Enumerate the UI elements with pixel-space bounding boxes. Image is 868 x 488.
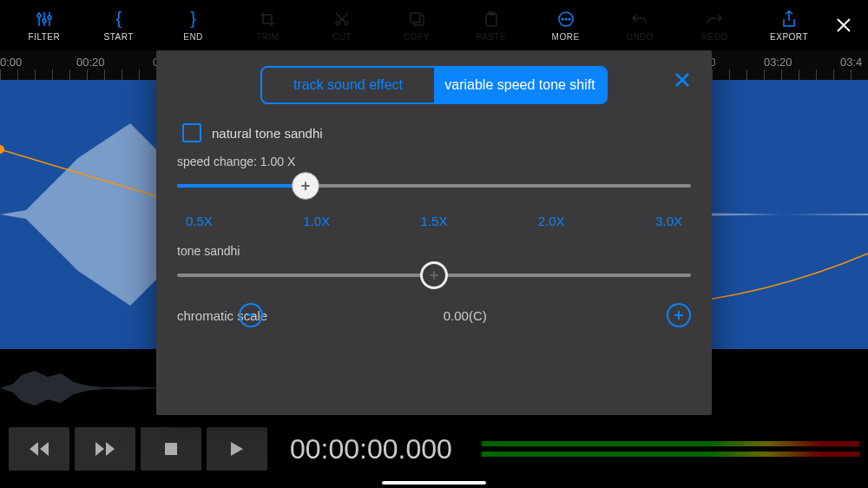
minus-icon bbox=[245, 309, 257, 321]
brace-left-icon: { bbox=[109, 10, 128, 29]
copy-button: COPY bbox=[379, 10, 454, 42]
speed-tone-modal: track sound effect variable speed tone s… bbox=[156, 50, 712, 415]
chromatic-minus-button[interactable] bbox=[239, 303, 263, 327]
tool-label: MORE bbox=[552, 32, 580, 42]
tool-label: CUT bbox=[332, 32, 352, 42]
ruler-mark: 0:00 bbox=[0, 56, 22, 69]
tone-sandhi-label: tone sandhi bbox=[177, 244, 691, 258]
level-bar-r bbox=[482, 452, 859, 457]
forward-button[interactable] bbox=[75, 427, 135, 471]
svg-point-10 bbox=[565, 18, 567, 20]
svg-point-0 bbox=[37, 14, 41, 17]
checkbox-label: natural tone sandhi bbox=[212, 126, 323, 141]
more-button[interactable]: MORE bbox=[529, 10, 603, 42]
toolbar: FILTER { START } END TRIM CUT COPY PASTE… bbox=[0, 0, 868, 50]
undo-icon bbox=[630, 10, 649, 29]
more-icon bbox=[556, 10, 575, 29]
undo-button: UNDO bbox=[603, 10, 678, 42]
chromatic-plus-button[interactable] bbox=[667, 303, 691, 327]
paste-icon bbox=[482, 10, 501, 29]
svg-point-11 bbox=[569, 18, 570, 20]
level-bar-l bbox=[482, 441, 859, 446]
crop-icon bbox=[258, 10, 277, 29]
play-icon bbox=[231, 442, 243, 456]
close-button[interactable] bbox=[826, 17, 861, 33]
tool-label: EXPORT bbox=[770, 32, 808, 42]
tool-label: COPY bbox=[404, 32, 430, 42]
stop-button[interactable] bbox=[141, 427, 201, 471]
speed-tick-labels: 0.5X 1.0X 1.5X 2.0X 3.0X bbox=[186, 214, 682, 228]
svg-point-3 bbox=[336, 22, 339, 25]
chromatic-value: 0.00(C) bbox=[444, 308, 487, 323]
tool-label: UNDO bbox=[627, 32, 654, 42]
tool-label: START bbox=[104, 32, 134, 42]
svg-point-12 bbox=[0, 145, 4, 154]
ruler-mark: 03:4 bbox=[840, 56, 862, 69]
filter-button[interactable]: FILTER bbox=[7, 10, 82, 42]
paste-button: PASTE bbox=[454, 10, 529, 42]
speed-tick[interactable]: 1.5X bbox=[421, 214, 448, 228]
speed-tick[interactable]: 3.0X bbox=[655, 214, 682, 228]
modal-close-button[interactable] bbox=[674, 71, 691, 92]
sliders-icon bbox=[35, 10, 54, 29]
natural-tone-sandhi-checkbox[interactable] bbox=[182, 123, 201, 142]
speed-tick[interactable]: 1.0X bbox=[303, 214, 330, 228]
modal-tabs: track sound effect variable speed tone s… bbox=[260, 66, 608, 104]
svg-rect-6 bbox=[486, 14, 496, 26]
trim-button: TRIM bbox=[230, 10, 305, 42]
scissors-icon bbox=[332, 10, 352, 29]
close-icon bbox=[674, 71, 691, 89]
ruler-mark: 00:20 bbox=[76, 56, 105, 69]
tool-label: PASTE bbox=[477, 32, 507, 42]
slider-thumb[interactable]: + bbox=[292, 172, 319, 200]
brace-right-icon: } bbox=[184, 10, 203, 29]
forward-icon bbox=[95, 442, 115, 456]
speed-tick[interactable]: 0.5X bbox=[186, 214, 213, 228]
start-button[interactable]: { START bbox=[82, 10, 156, 42]
svg-point-9 bbox=[562, 18, 563, 20]
rewind-button[interactable] bbox=[9, 427, 69, 471]
tone-slider[interactable]: + bbox=[177, 274, 691, 277]
export-icon bbox=[779, 10, 799, 29]
home-indicator bbox=[382, 481, 486, 485]
cut-button: CUT bbox=[305, 10, 379, 42]
ruler-mark: 03:20 bbox=[764, 56, 792, 69]
rewind-icon bbox=[30, 442, 49, 456]
svg-point-4 bbox=[345, 22, 348, 25]
play-button[interactable] bbox=[207, 427, 267, 471]
plus-icon bbox=[673, 309, 685, 321]
timecode-display: 00:00:00.000 bbox=[290, 433, 452, 465]
transport-bar: 00:00:00.000 bbox=[0, 419, 868, 488]
tool-label: END bbox=[183, 32, 203, 42]
svg-rect-5 bbox=[411, 13, 420, 23]
redo-icon bbox=[705, 10, 724, 29]
close-icon bbox=[836, 17, 852, 33]
speed-slider[interactable]: + bbox=[177, 184, 691, 188]
slider-thumb[interactable]: + bbox=[420, 261, 448, 289]
export-button[interactable]: EXPORT bbox=[752, 10, 826, 42]
slider-fill bbox=[177, 184, 306, 188]
svg-rect-13 bbox=[165, 443, 177, 455]
redo-button: REDO bbox=[677, 10, 752, 42]
level-meters bbox=[482, 441, 859, 457]
tool-label: TRIM bbox=[256, 32, 279, 42]
tool-label: REDO bbox=[701, 32, 728, 42]
tool-label: FILTER bbox=[29, 32, 61, 42]
tab-variable-speed-tone-shift[interactable]: variable speed tone shift bbox=[434, 68, 606, 102]
tab-track-sound-effect[interactable]: track sound effect bbox=[262, 68, 434, 102]
speed-change-label: speed change: 1.00 X bbox=[177, 155, 691, 168]
speed-tick[interactable]: 2.0X bbox=[538, 214, 565, 228]
stop-icon bbox=[165, 443, 177, 455]
copy-icon bbox=[407, 10, 426, 29]
svg-point-2 bbox=[48, 16, 51, 19]
end-button[interactable]: } END bbox=[156, 10, 231, 42]
svg-point-1 bbox=[43, 19, 46, 23]
